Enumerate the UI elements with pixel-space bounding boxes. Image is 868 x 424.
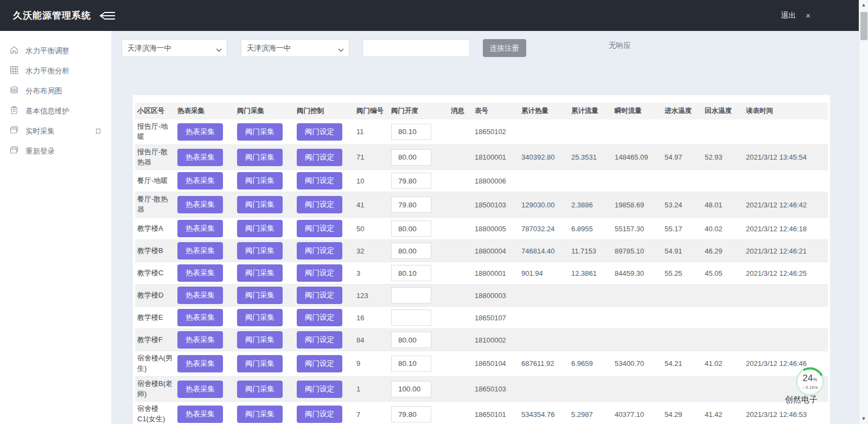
valve-opening-input[interactable] (391, 265, 431, 281)
heat-collect-button[interactable]: 热表采集 (177, 355, 223, 372)
scrollbar[interactable]: ▲ ▼ (859, 0, 868, 424)
sidebar-item-hydraulic-adjust[interactable]: 水力平衡调整 (0, 41, 111, 61)
valve-opening-input[interactable] (391, 197, 431, 213)
register-input[interactable] (362, 39, 470, 57)
station-select-1[interactable]: 天津滨海一中 (122, 39, 227, 57)
scroll-up-icon[interactable]: ▲ (861, 0, 866, 10)
valve-collect-button[interactable]: 阀门采集 (237, 381, 283, 398)
inlet-temp: 54.97 (665, 153, 682, 161)
valve-collect-button[interactable]: 阀门采集 (237, 196, 283, 213)
valve-number: 32 (356, 247, 364, 255)
valve-opening-input[interactable] (391, 173, 431, 189)
table-header-row: 小区区号热表采集阀门采集阀门控制阀门编号阀门开度消息表号累计热量累计流量瞬时流量… (135, 103, 828, 119)
heat-collect-button[interactable]: 热表采集 (177, 309, 223, 326)
valve-opening-input[interactable] (391, 220, 431, 237)
station-select-2[interactable]: 天津滨海一中 (241, 39, 349, 57)
valve-set-button[interactable]: 阀门设定 (297, 123, 342, 141)
heat-collect-button[interactable]: 热表采集 (177, 381, 223, 398)
column-header: 累计热量 (519, 103, 569, 119)
valve-opening-input[interactable] (391, 332, 431, 348)
return-temp: 46.29 (705, 247, 723, 255)
district-name: 教学楼A (137, 224, 163, 234)
valve-collect-button[interactable]: 阀门采集 (237, 149, 283, 166)
valve-collect-button[interactable]: 阀门采集 (237, 220, 283, 237)
valve-opening-input[interactable] (391, 124, 431, 140)
valve-set-button[interactable]: 阀门设定 (297, 287, 342, 304)
valve-collect-button[interactable]: 阀门采集 (237, 242, 283, 260)
heat-collect-button[interactable]: 热表采集 (177, 149, 223, 166)
column-header: 阀门采集 (235, 103, 295, 119)
valve-set-button[interactable]: 阀门设定 (297, 309, 342, 326)
valve-number: 71 (356, 153, 364, 161)
meter-number: 18800005 (475, 225, 506, 233)
window-icon (10, 146, 18, 156)
valve-set-button[interactable]: 阀门设定 (297, 331, 342, 349)
valve-set-button[interactable]: 阀门设定 (297, 355, 342, 372)
valve-opening-input[interactable] (391, 381, 431, 397)
column-header: 阀门控制 (295, 103, 354, 119)
close-icon[interactable]: × (806, 11, 810, 20)
app-header: 久沃能源管理系统 退出 × (0, 0, 868, 31)
sidebar-collapse-icon[interactable] (99, 11, 116, 21)
valve-set-button[interactable]: 阀门设定 (297, 172, 342, 189)
valve-set-button[interactable]: 阀门设定 (297, 149, 342, 166)
valve-opening-input[interactable] (391, 356, 431, 372)
toolbar: 天津滨海一中 天津滨海一中 连接注册 (122, 39, 526, 57)
heat-collect-button[interactable]: 热表采集 (177, 406, 223, 423)
heat-collect-button[interactable]: 热表采集 (177, 287, 223, 304)
sidebar-item-basic-info[interactable]: 基本信息维护 (0, 101, 111, 121)
connect-register-button[interactable]: 连接注册 (483, 39, 526, 57)
scrollbar-thumb[interactable] (860, 12, 867, 40)
heat-collect-button[interactable]: 热表采集 (177, 196, 223, 213)
window-icon (10, 126, 18, 136)
valve-opening-input[interactable] (391, 149, 431, 166)
heat-collect-button[interactable]: 热表采集 (177, 264, 223, 282)
sidebar-item-label: 实时采集 (25, 126, 55, 136)
sidebar-item-realtime-collect[interactable]: 实时采集 (0, 121, 111, 141)
column-header: 阀门编号 (354, 103, 389, 119)
total-flow: 6.8955 (571, 225, 593, 233)
valve-opening-input[interactable] (391, 309, 431, 326)
read-time: 2021/3/12 12:46:53 (746, 410, 807, 419)
sidebar-item-layout-map[interactable]: 分布布局图 (0, 81, 111, 101)
valve-collect-button[interactable]: 阀门采集 (237, 264, 283, 282)
expand-box-icon[interactable] (96, 129, 100, 134)
valve-opening-input[interactable] (391, 243, 431, 259)
heat-collect-button[interactable]: 热表采集 (177, 123, 223, 141)
valve-set-button[interactable]: 阀门设定 (297, 264, 342, 282)
heat-collect-button[interactable]: 热表采集 (177, 242, 223, 260)
column-header: 消息 (449, 103, 473, 119)
valve-opening-input[interactable] (391, 406, 431, 422)
main-content: 天津滨海一中 天津滨海一中 连接注册 无响应 (111, 31, 868, 424)
download-progress-widget[interactable]: 24% ↓ 0.1K/s (795, 367, 825, 396)
heat-collect-button[interactable]: 热表采集 (177, 331, 223, 349)
valve-set-button[interactable]: 阀门设定 (297, 196, 342, 213)
logout-button[interactable]: 退出 (781, 11, 796, 21)
valve-set-button[interactable]: 阀门设定 (297, 381, 342, 398)
sidebar-item-hydraulic-analysis[interactable]: 水力平衡分析 (0, 61, 111, 81)
return-temp: 40.02 (705, 225, 723, 233)
valve-collect-button[interactable]: 阀门采集 (237, 123, 283, 141)
table-row: 宿舍楼A(男生)热表采集阀门采集阀门设定918650104687611.926.… (135, 351, 828, 377)
valve-collect-button[interactable]: 阀门采集 (237, 309, 283, 326)
sidebar-item-relogin[interactable]: 重新登录 (0, 141, 111, 161)
valve-collect-button[interactable]: 阀门采集 (237, 406, 283, 423)
status-text: 无响应 (609, 41, 631, 50)
district-name: 餐厅-散热器 (137, 194, 173, 215)
heat-collect-button[interactable]: 热表采集 (177, 172, 223, 189)
valve-collect-button[interactable]: 阀门采集 (237, 331, 283, 349)
valve-set-button[interactable]: 阀门设定 (297, 242, 342, 260)
heat-collect-button[interactable]: 热表采集 (177, 220, 223, 237)
valve-collect-button[interactable]: 阀门采集 (237, 355, 283, 372)
total-flow: 6.9659 (571, 359, 593, 368)
valve-set-button[interactable]: 阀门设定 (297, 220, 342, 237)
column-header: 热表采集 (175, 103, 235, 119)
meter-number: 18650101 (475, 410, 506, 419)
valve-collect-button[interactable]: 阀门采集 (237, 172, 283, 189)
district-name: 教学楼C (137, 268, 163, 279)
valve-collect-button[interactable]: 阀门采集 (237, 287, 283, 304)
valve-set-button[interactable]: 阀门设定 (297, 406, 342, 423)
valve-opening-input[interactable] (391, 287, 431, 303)
scroll-down-icon[interactable]: ▼ (861, 414, 866, 424)
column-header: 回水温度 (703, 103, 744, 119)
